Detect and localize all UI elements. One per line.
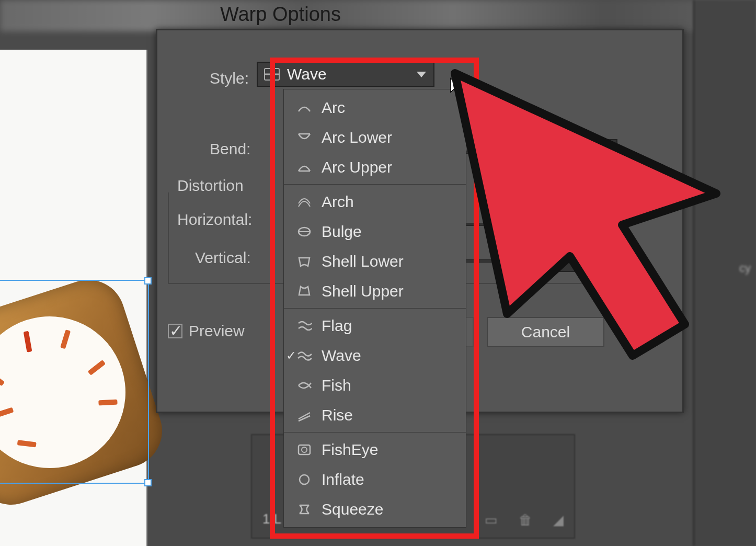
- dropdown-item-label: Wave: [322, 347, 361, 365]
- fish-icon: [296, 379, 312, 392]
- horizontal-field[interactable]: [539, 211, 617, 235]
- arch-icon: [296, 195, 312, 209]
- wave-icon: [264, 68, 280, 81]
- dropdown-item-shell-lower[interactable]: Shell Lower: [284, 246, 466, 276]
- selection-handle[interactable]: [144, 479, 152, 486]
- new-layer-icon[interactable]: ▭: [485, 512, 498, 528]
- style-combobox-value: Wave: [287, 65, 327, 83]
- dropdown-item-label: Bulge: [322, 223, 362, 241]
- dropdown-item-fisheye[interactable]: FishEye: [284, 435, 466, 464]
- trash-icon[interactable]: 🗑: [519, 512, 532, 528]
- bend-label: Bend:: [210, 140, 250, 158]
- dropdown-item-label: Rise: [322, 406, 353, 424]
- preview-checkbox[interactable]: [168, 324, 182, 338]
- shell-lower-icon: [296, 255, 312, 268]
- dropdown-item-squeeze[interactable]: Squeeze: [284, 494, 466, 524]
- dropdown-item-label: FishEye: [322, 441, 378, 459]
- dropdown-item-label: Fish: [322, 377, 351, 394]
- inflate-icon: [296, 473, 312, 486]
- arc-lower-icon: [296, 131, 312, 144]
- bend-field[interactable]: [539, 139, 617, 163]
- arc-icon: [296, 101, 312, 115]
- style-label: Style:: [210, 70, 249, 87]
- arc-upper-icon: [296, 161, 312, 174]
- dropdown-item-wave[interactable]: ✓Wave: [284, 340, 466, 370]
- dropdown-item-rise[interactable]: Rise: [284, 400, 466, 430]
- dropdown-item-arc[interactable]: Arc: [284, 93, 466, 122]
- dropdown-item-fish[interactable]: Fish: [284, 370, 466, 400]
- dropdown-item-label: Shell Upper: [322, 282, 404, 300]
- preview-label: Preview: [189, 322, 245, 340]
- dropdown-separator: [284, 308, 466, 309]
- dropdown-item-label: Flag: [322, 317, 352, 335]
- menu-icon[interactable]: ◢: [553, 512, 564, 528]
- dropdown-item-label: Arch: [322, 193, 354, 211]
- selection-handle[interactable]: [144, 277, 152, 285]
- checkmark-icon: ✓: [286, 348, 296, 363]
- dropdown-item-label: Arc Upper: [322, 158, 392, 176]
- canvas-area: [0, 50, 147, 546]
- dropdown-item-label: Squeeze: [322, 500, 383, 518]
- background-blur: [0, 0, 756, 31]
- dropdown-item-label: Inflate: [322, 471, 364, 488]
- dropdown-item-bulge[interactable]: Bulge: [284, 217, 466, 246]
- svg-point-4: [300, 475, 309, 484]
- shell-upper-icon: [296, 285, 312, 298]
- svg-rect-2: [299, 445, 310, 454]
- squeeze-icon: [296, 503, 312, 516]
- fisheye-icon: [296, 443, 312, 457]
- style-dropdown-list[interactable]: ArcArc LowerArc UpperArchBulgeShell Lowe…: [283, 89, 466, 528]
- dropdown-item-label: Shell Lower: [322, 253, 404, 270]
- dropdown-separator: [284, 432, 466, 433]
- dropdown-item-arc-lower[interactable]: Arc Lower: [284, 122, 466, 152]
- dropdown-separator: [284, 184, 466, 185]
- style-combobox[interactable]: Wave: [257, 62, 434, 87]
- panel-tab-label: cy: [739, 261, 751, 275]
- selection-bounding-box[interactable]: [0, 280, 149, 484]
- distortion-label: Distortion: [177, 177, 244, 195]
- rise-icon: [296, 408, 312, 422]
- dropdown-item-arch[interactable]: Arch: [284, 187, 466, 217]
- vertical-field[interactable]: [539, 248, 617, 272]
- flag-icon: [296, 319, 312, 333]
- dropdown-item-label: Arc: [322, 99, 345, 117]
- right-panel: cy: [693, 0, 756, 546]
- dropdown-item-flag[interactable]: Flag: [284, 311, 466, 340]
- dialog-title: Warp Options: [220, 3, 341, 26]
- wave-icon: [296, 349, 312, 362]
- dropdown-item-arc-upper[interactable]: Arc Upper: [284, 152, 466, 182]
- chevron-down-icon: [417, 72, 426, 77]
- layers-count: 1 L: [262, 511, 281, 527]
- dropdown-item-shell-upper[interactable]: Shell Upper: [284, 276, 466, 306]
- cancel-button[interactable]: Cancel: [487, 317, 604, 347]
- dropdown-item-inflate[interactable]: Inflate: [284, 464, 466, 494]
- svg-point-3: [302, 447, 307, 452]
- bulge-icon: [296, 225, 312, 238]
- dropdown-item-label: Arc Lower: [322, 129, 392, 146]
